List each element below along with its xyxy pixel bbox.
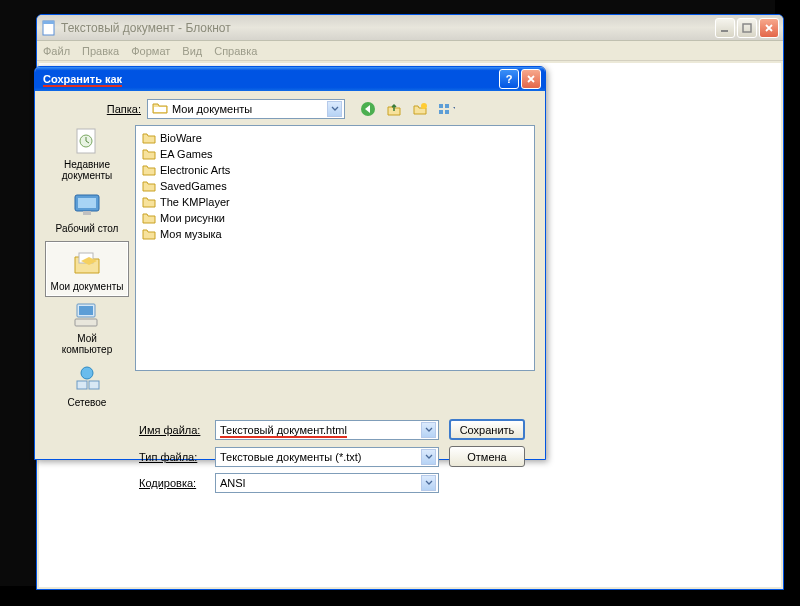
back-icon[interactable] bbox=[359, 100, 377, 118]
chevron-down-icon[interactable] bbox=[421, 449, 436, 465]
new-folder-icon[interactable] bbox=[411, 100, 429, 118]
place-mycomputer[interactable]: Мойкомпьютер bbox=[45, 299, 129, 355]
mydocs-icon bbox=[71, 247, 103, 279]
svg-rect-8 bbox=[445, 104, 449, 108]
svg-point-6 bbox=[421, 103, 427, 109]
folder-icon bbox=[142, 164, 156, 176]
folder-icon bbox=[142, 180, 156, 192]
svg-rect-2 bbox=[721, 30, 728, 32]
desktop-icon bbox=[71, 189, 103, 221]
svg-rect-9 bbox=[439, 110, 443, 114]
network-icon bbox=[71, 363, 103, 395]
folder-item[interactable]: SavedGames bbox=[142, 178, 528, 194]
folder-label: Папка: bbox=[105, 103, 141, 115]
filetype-label: Тип файла: bbox=[139, 451, 205, 463]
place-recent-label: Недавниедокументы bbox=[62, 159, 113, 181]
folder-name: SavedGames bbox=[160, 180, 227, 192]
filename-label: Имя файла: bbox=[139, 424, 205, 436]
place-mycomputer-label: Мойкомпьютер bbox=[62, 333, 112, 355]
folder-name: Electronic Arts bbox=[160, 164, 230, 176]
svg-rect-21 bbox=[77, 381, 87, 389]
folder-icon bbox=[142, 212, 156, 224]
svg-rect-14 bbox=[78, 198, 96, 208]
encoding-value: ANSI bbox=[220, 477, 421, 489]
menu-file[interactable]: Файл bbox=[43, 45, 70, 57]
file-list[interactable]: BioWareEA GamesElectronic ArtsSavedGames… bbox=[135, 125, 535, 371]
dialog-close-button[interactable] bbox=[521, 69, 541, 89]
folder-value: Мои документы bbox=[172, 103, 327, 115]
save-as-dialog: Сохранить как ? Папка: Мои документы bbox=[34, 66, 546, 460]
close-button[interactable] bbox=[759, 18, 779, 38]
folder-item[interactable]: The KMPlayer bbox=[142, 194, 528, 210]
filetype-combo[interactable]: Текстовые документы (*.txt) bbox=[215, 447, 439, 467]
help-button[interactable]: ? bbox=[499, 69, 519, 89]
svg-rect-15 bbox=[83, 211, 91, 215]
folder-icon bbox=[142, 132, 156, 144]
dialog-titlebar[interactable]: Сохранить как ? bbox=[35, 67, 545, 91]
minimize-button[interactable] bbox=[715, 18, 735, 38]
svg-rect-7 bbox=[439, 104, 443, 108]
encoding-label: Кодировка: bbox=[139, 477, 205, 489]
place-network-label: Сетевое bbox=[68, 397, 107, 408]
svg-point-20 bbox=[81, 367, 93, 379]
svg-rect-4 bbox=[154, 107, 166, 112]
menu-view[interactable]: Вид bbox=[182, 45, 202, 57]
svg-rect-18 bbox=[79, 306, 93, 315]
svg-rect-22 bbox=[89, 381, 99, 389]
svg-rect-3 bbox=[743, 24, 751, 32]
folder-item[interactable]: Моя музыка bbox=[142, 226, 528, 242]
folder-name: Моя музыка bbox=[160, 228, 222, 240]
folder-name: The KMPlayer bbox=[160, 196, 230, 208]
up-folder-icon[interactable] bbox=[385, 100, 403, 118]
svg-rect-1 bbox=[43, 21, 54, 24]
notepad-title: Текстовый документ - Блокнот bbox=[61, 21, 715, 35]
folder-combo[interactable]: Мои документы bbox=[147, 99, 345, 119]
folder-name: Мои рисунки bbox=[160, 212, 225, 224]
filename-value: Текстовый документ.html bbox=[220, 424, 347, 438]
views-icon[interactable] bbox=[437, 100, 455, 118]
folder-icon bbox=[142, 196, 156, 208]
chevron-down-icon[interactable] bbox=[421, 475, 436, 491]
svg-rect-10 bbox=[445, 110, 449, 114]
mycomputer-icon bbox=[71, 299, 103, 331]
folder-icon bbox=[142, 148, 156, 160]
filename-input[interactable]: Текстовый документ.html bbox=[215, 420, 439, 440]
folder-item[interactable]: EA Games bbox=[142, 146, 528, 162]
places-bar: Недавниедокументы Рабочий стол Мои докум… bbox=[45, 125, 129, 413]
folder-name: EA Games bbox=[160, 148, 213, 160]
place-desktop-label: Рабочий стол bbox=[56, 223, 119, 234]
folder-icon bbox=[142, 228, 156, 240]
filetype-value: Текстовые документы (*.txt) bbox=[220, 451, 421, 463]
menu-help[interactable]: Справка bbox=[214, 45, 257, 57]
folder-item[interactable]: Electronic Arts bbox=[142, 162, 528, 178]
dialog-title: Сохранить как bbox=[39, 72, 497, 86]
place-network[interactable]: Сетевое bbox=[45, 357, 129, 413]
place-recent[interactable]: Недавниедокументы bbox=[45, 125, 129, 181]
encoding-combo[interactable]: ANSI bbox=[215, 473, 439, 493]
notepad-icon bbox=[41, 20, 57, 36]
maximize-button[interactable] bbox=[737, 18, 757, 38]
notepad-titlebar[interactable]: Текстовый документ - Блокнот bbox=[37, 15, 783, 41]
svg-rect-19 bbox=[75, 319, 97, 326]
folder-item[interactable]: BioWare bbox=[142, 130, 528, 146]
chevron-down-icon[interactable] bbox=[421, 422, 436, 438]
menu-edit[interactable]: Правка bbox=[82, 45, 119, 57]
chevron-down-icon[interactable] bbox=[327, 101, 342, 117]
place-mydocs-label: Мои документы bbox=[51, 281, 124, 292]
recent-docs-icon bbox=[71, 125, 103, 157]
place-mydocs[interactable]: Мои документы bbox=[45, 241, 129, 297]
save-button[interactable]: Сохранить bbox=[449, 419, 525, 440]
folder-name: BioWare bbox=[160, 132, 202, 144]
menu-format[interactable]: Формат bbox=[131, 45, 170, 57]
folder-icon bbox=[152, 101, 168, 117]
menubar: Файл Правка Формат Вид Справка bbox=[37, 41, 783, 61]
folder-item[interactable]: Мои рисунки bbox=[142, 210, 528, 226]
cancel-button[interactable]: Отмена bbox=[449, 446, 525, 467]
place-desktop[interactable]: Рабочий стол bbox=[45, 183, 129, 239]
